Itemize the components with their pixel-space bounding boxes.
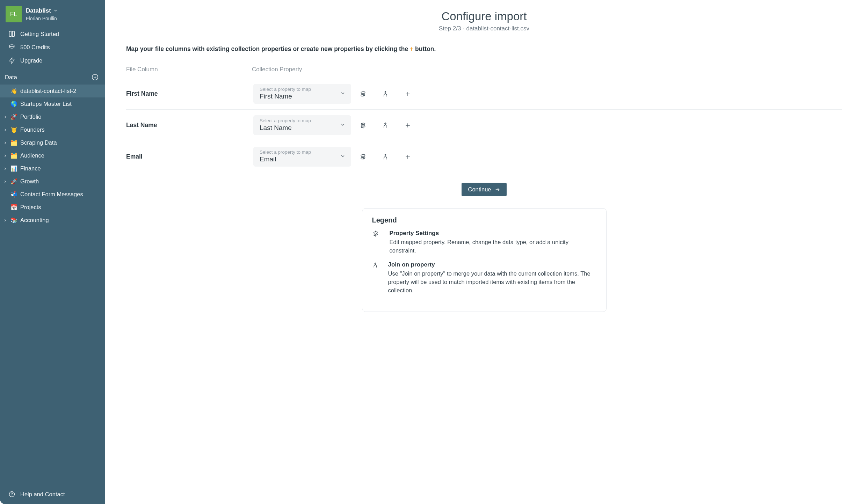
- sidebar-collection-item[interactable]: 📬Contact Form Messages: [0, 188, 105, 201]
- nav-upgrade[interactable]: Upgrade: [0, 54, 105, 67]
- workspace-switcher[interactable]: FL Datablist Florian Poullin: [0, 5, 105, 27]
- instruction-text: Map your file columns with existing coll…: [126, 45, 842, 53]
- data-section-label: Data: [5, 74, 17, 81]
- collections-tree: 👋datablist-contact-list-2🌎Startups Maste…: [0, 85, 105, 227]
- gear-icon: [372, 231, 379, 237]
- collection-label: datablist-contact-list-2: [20, 88, 76, 94]
- chevron-right-icon[interactable]: [3, 141, 8, 145]
- nav-getting-started[interactable]: Getting Started: [0, 27, 105, 41]
- collection-label: Growth: [20, 178, 39, 185]
- property-select[interactable]: Select a property to mapLast Name: [253, 115, 351, 135]
- chevron-right-icon[interactable]: [3, 167, 8, 171]
- sidebar-collection-item[interactable]: 🌎Startups Master List: [0, 97, 105, 110]
- chevron-right-icon[interactable]: [3, 115, 8, 119]
- sidebar-collection-item[interactable]: 🗂️Scraping Data: [0, 136, 105, 149]
- select-hint: Select a property to map: [260, 149, 346, 155]
- workspace-name: Datablist: [26, 7, 51, 14]
- nav-credits[interactable]: 500 Credits: [0, 41, 105, 54]
- sidebar-collection-item[interactable]: 🗂️Audience: [0, 149, 105, 162]
- avatar: FL: [6, 6, 22, 22]
- sidebar-collection-item[interactable]: 📚Accounting: [0, 214, 105, 227]
- continue-label: Continue: [468, 186, 491, 193]
- select-value: Last Name: [260, 124, 346, 132]
- file-column-name: Last Name: [126, 122, 252, 129]
- collection-emoji-icon: 🗂️: [10, 139, 17, 146]
- legend-item-desc: Use "Join on property" to merge your dat…: [388, 270, 596, 295]
- legend-row-settings: Property Settings Edit mapped property. …: [372, 230, 596, 255]
- sidebar-collection-item[interactable]: 🚀Growth: [0, 175, 105, 188]
- collection-label: Finance: [20, 165, 41, 172]
- mapping-row: First NameSelect a property to mapFirst …: [126, 78, 842, 110]
- svg-point-9: [362, 124, 364, 126]
- collection-label: Contact Form Messages: [20, 191, 83, 198]
- page-title: Configure import: [126, 10, 842, 23]
- chevron-right-icon[interactable]: [3, 180, 8, 184]
- chevron-down-icon: [340, 122, 346, 129]
- collection-emoji-icon: 👋: [10, 88, 17, 94]
- collection-label: Accounting: [20, 217, 49, 224]
- legend-item-desc: Edit mapped property. Rename, change the…: [389, 238, 596, 255]
- bolt-icon: [8, 57, 15, 64]
- add-property-button[interactable]: [397, 122, 418, 129]
- chevron-right-icon[interactable]: [3, 128, 8, 132]
- svg-point-0: [9, 45, 14, 47]
- collection-emoji-icon: 📚: [10, 217, 17, 224]
- select-value: First Name: [260, 93, 346, 100]
- join-on-property-button[interactable]: [375, 90, 396, 97]
- sidebar-collection-item[interactable]: 🤴Founders: [0, 123, 105, 136]
- nav-label: Getting Started: [20, 31, 59, 37]
- add-property-button[interactable]: [397, 90, 418, 97]
- sidebar-collection-item[interactable]: 👋datablist-contact-list-2: [0, 85, 105, 97]
- add-property-button[interactable]: [397, 153, 418, 160]
- plus-inline-icon: +: [410, 45, 413, 52]
- legend-row-join: Join on property Use "Join on property" …: [372, 261, 596, 295]
- chevron-right-icon[interactable]: [3, 218, 8, 222]
- mapping-row: Last NameSelect a property to mapLast Na…: [126, 110, 842, 141]
- main-content: Configure import Step 2/3 - datablist-co…: [105, 0, 863, 504]
- collection-label: Startups Master List: [20, 101, 72, 107]
- sidebar-collection-item[interactable]: 📅Projects: [0, 201, 105, 214]
- mapping-table-header: File Column Collection Property: [126, 66, 842, 78]
- book-icon: [8, 30, 15, 37]
- collection-emoji-icon: 🤴: [10, 126, 17, 133]
- property-select[interactable]: Select a property to mapFirst Name: [253, 84, 351, 104]
- add-collection-icon[interactable]: [91, 73, 99, 81]
- select-hint: Select a property to map: [260, 118, 346, 123]
- nav-help[interactable]: Help and Contact: [0, 488, 105, 504]
- collection-label: Audience: [20, 152, 44, 159]
- select-value: Email: [260, 155, 346, 163]
- help-icon: [8, 491, 15, 498]
- user-name: Florian Poullin: [26, 16, 58, 22]
- header-collection-property: Collection Property: [252, 66, 842, 73]
- nav-label: Help and Contact: [20, 491, 65, 498]
- chevron-right-icon[interactable]: [3, 154, 8, 158]
- sidebar-collection-item[interactable]: 🚀Portfolio: [0, 110, 105, 123]
- property-settings-button[interactable]: [353, 90, 374, 97]
- file-column-name: First Name: [126, 90, 252, 97]
- collection-label: Projects: [20, 204, 41, 211]
- collection-emoji-icon: 🌎: [10, 101, 17, 107]
- join-on-property-button[interactable]: [375, 153, 396, 160]
- collection-emoji-icon: 📅: [10, 204, 17, 211]
- file-column-name: Email: [126, 153, 252, 160]
- collection-label: Founders: [20, 126, 45, 133]
- collection-emoji-icon: 📊: [10, 165, 17, 172]
- mapping-row: EmailSelect a property to mapEmail: [126, 141, 842, 172]
- chevron-down-icon: [53, 8, 58, 13]
- svg-point-6: [362, 93, 364, 95]
- continue-button[interactable]: Continue: [462, 183, 506, 196]
- property-select[interactable]: Select a property to mapEmail: [253, 147, 351, 167]
- legend-panel: Legend Property Settings Edit mapped pro…: [362, 208, 607, 312]
- svg-point-12: [362, 156, 364, 158]
- coins-icon: [8, 44, 15, 51]
- merge-icon: [372, 262, 378, 268]
- property-settings-button[interactable]: [353, 122, 374, 129]
- chevron-down-icon: [340, 90, 346, 97]
- sidebar-collection-item[interactable]: 📊Finance: [0, 162, 105, 175]
- property-settings-button[interactable]: [353, 153, 374, 160]
- join-on-property-button[interactable]: [375, 122, 396, 129]
- chevron-down-icon: [340, 153, 346, 160]
- collection-label: Portfolio: [20, 114, 42, 120]
- nav-label: 500 Credits: [20, 44, 50, 51]
- mapping-table: File Column Collection Property First Na…: [126, 66, 842, 172]
